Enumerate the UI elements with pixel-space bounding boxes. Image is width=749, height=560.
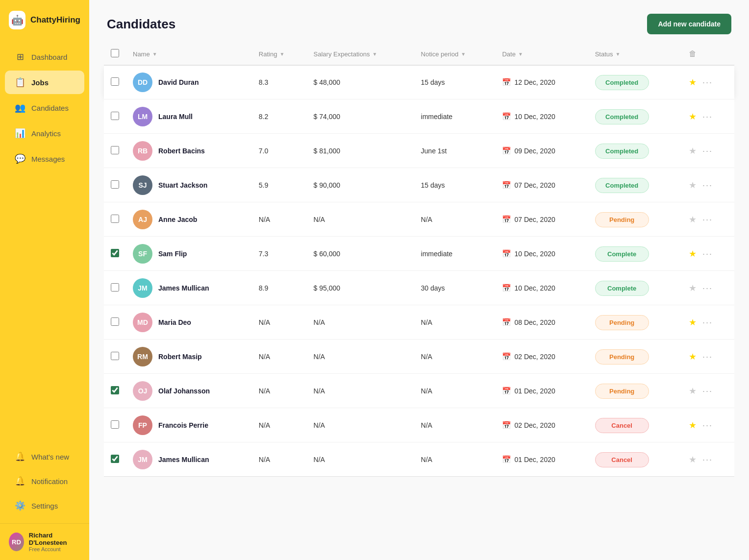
row-checkbox[interactable] — [111, 386, 119, 394]
star-icon[interactable]: ★ — [689, 317, 697, 327]
add-candidate-button[interactable]: Add new candidate — [647, 14, 731, 34]
salary-cell: $ 81,000 — [307, 134, 414, 168]
messages-icon: 💬 — [15, 153, 25, 164]
user-name: Richard D'Lonesteen — [29, 532, 80, 546]
bulk-delete-icon[interactable]: 🗑 — [689, 49, 697, 58]
more-options-icon[interactable]: ··· — [702, 455, 713, 464]
notice-cell: N/A — [414, 202, 496, 237]
status-cell: Pending — [588, 374, 682, 408]
sidebar-item-analytics[interactable]: 📊 Analytics — [5, 122, 84, 145]
notice-cell: N/A — [414, 408, 496, 442]
rating-cell: 8.9 — [252, 271, 307, 305]
date-value: 01 Dec, 2020 — [514, 387, 555, 395]
table-row: FP Francois Perrie N/A N/A N/A 📅 02 Dec,… — [104, 408, 734, 442]
table-row: DD David Duran 8.3 $ 48,000 15 days 📅 12… — [104, 65, 734, 99]
rating-sort-icon[interactable]: ▼ — [279, 51, 284, 57]
date-sort-icon[interactable]: ▼ — [518, 51, 523, 57]
star-icon[interactable]: ★ — [689, 455, 697, 464]
sidebar-item-whats-new[interactable]: 🔔 What's new — [5, 445, 84, 468]
name-sort-icon[interactable]: ▼ — [152, 51, 157, 57]
more-options-icon[interactable]: ··· — [702, 112, 713, 122]
rating-cell: 8.2 — [252, 99, 307, 134]
salary-cell: N/A — [307, 202, 414, 237]
sidebar-item-candidates[interactable]: 👥 Candidates — [5, 96, 84, 120]
row-checkbox[interactable] — [111, 77, 119, 86]
more-options-icon[interactable]: ··· — [702, 215, 713, 224]
star-icon[interactable]: ★ — [689, 249, 697, 259]
row-checkbox[interactable] — [111, 112, 119, 120]
star-icon[interactable]: ★ — [689, 146, 697, 156]
row-checkbox[interactable] — [111, 283, 119, 292]
actions-cell: ★ ··· — [682, 408, 734, 442]
select-all-checkbox[interactable] — [111, 49, 119, 57]
table-row: SF Sam Flip 7.3 $ 60,000 immediate 📅 10 … — [104, 237, 734, 271]
more-options-icon[interactable]: ··· — [702, 146, 713, 156]
calendar-icon: 📅 — [502, 249, 511, 258]
sidebar-item-messages[interactable]: 💬 Messages — [5, 147, 84, 170]
more-options-icon[interactable]: ··· — [702, 386, 713, 396]
actions-cell: ★ ··· — [682, 374, 734, 408]
status-badge: Completed — [595, 109, 649, 124]
notice-filter-icon[interactable]: ▼ — [461, 51, 466, 57]
date-cell: 📅 12 Dec, 2020 — [495, 65, 588, 99]
candidate-name-cell: OJ Olaf Johansson — [126, 374, 252, 408]
row-checkbox[interactable] — [111, 215, 119, 223]
sidebar-item-jobs[interactable]: 📋 Jobs — [5, 71, 84, 94]
star-icon[interactable]: ★ — [689, 283, 697, 293]
dashboard-icon: ⊞ — [15, 51, 25, 62]
star-icon[interactable]: ★ — [689, 215, 697, 224]
star-icon[interactable]: ★ — [689, 420, 697, 430]
sidebar-item-label: Candidates — [31, 104, 69, 112]
rating-cell: 8.3 — [252, 65, 307, 99]
sidebar-item-dashboard[interactable]: ⊞ Dashboard — [5, 45, 84, 69]
more-options-icon[interactable]: ··· — [702, 77, 713, 87]
status-cell: Complete — [588, 271, 682, 305]
date-cell: 📅 10 Dec, 2020 — [495, 237, 588, 271]
rating-cell: N/A — [252, 340, 307, 374]
table-row: JM James Mullican N/A N/A N/A 📅 01 Dec, … — [104, 442, 734, 477]
rating-cell: N/A — [252, 305, 307, 340]
star-icon[interactable]: ★ — [689, 386, 697, 396]
row-checkbox[interactable] — [111, 420, 119, 429]
star-icon[interactable]: ★ — [689, 352, 697, 362]
star-icon[interactable]: ★ — [689, 112, 697, 122]
more-options-icon[interactable]: ··· — [702, 317, 713, 327]
actions-cell: ★ ··· — [682, 202, 734, 237]
row-checkbox[interactable] — [111, 352, 119, 360]
row-checkbox[interactable] — [111, 317, 119, 326]
star-icon[interactable]: ★ — [689, 77, 697, 87]
calendar-icon: 📅 — [502, 78, 511, 87]
status-cell: Completed — [588, 134, 682, 168]
candidate-name: Maria Deo — [158, 318, 191, 326]
row-checkbox[interactable] — [111, 180, 119, 189]
status-badge: Pending — [595, 384, 649, 399]
notice-cell: immediate — [414, 99, 496, 134]
date-cell: 📅 08 Dec, 2020 — [495, 305, 588, 340]
more-options-icon[interactable]: ··· — [702, 180, 713, 190]
salary-cell: $ 60,000 — [307, 237, 414, 271]
sidebar-item-notification[interactable]: 🔔 Notification — [5, 469, 84, 493]
candidate-name: Robert Masip — [158, 353, 202, 361]
star-icon[interactable]: ★ — [689, 180, 697, 190]
calendar-icon: 📅 — [502, 146, 511, 155]
more-options-icon[interactable]: ··· — [702, 352, 713, 362]
sidebar-item-label: Analytics — [31, 129, 61, 138]
more-options-icon[interactable]: ··· — [702, 420, 713, 430]
more-options-icon[interactable]: ··· — [702, 283, 713, 293]
salary-filter-icon[interactable]: ▼ — [372, 51, 377, 57]
status-badge: Cancel — [595, 418, 649, 433]
sidebar-item-label: Messages — [31, 155, 65, 163]
row-checkbox[interactable] — [111, 455, 119, 463]
row-checkbox[interactable] — [111, 249, 119, 257]
status-filter-icon[interactable]: ▼ — [616, 51, 621, 57]
more-options-icon[interactable]: ··· — [702, 249, 713, 259]
jobs-icon: 📋 — [15, 77, 25, 88]
status-cell: Cancel — [588, 408, 682, 442]
logo-icon: 🤖 — [9, 11, 25, 29]
sidebar-item-settings[interactable]: ⚙️ Settings — [5, 494, 84, 517]
row-checkbox[interactable] — [111, 146, 119, 154]
row-checkbox-cell — [104, 408, 126, 442]
sidebar-user: RD Richard D'Lonesteen Free Account — [0, 523, 89, 560]
notice-cell: 15 days — [414, 168, 496, 202]
row-checkbox-cell — [104, 271, 126, 305]
